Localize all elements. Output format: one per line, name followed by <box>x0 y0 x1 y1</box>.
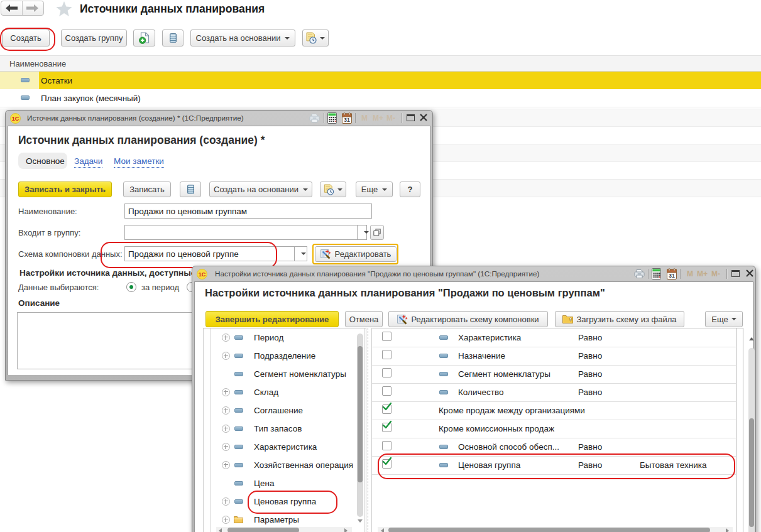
svg-text:31: 31 <box>344 117 350 123</box>
svg-text:1С: 1С <box>199 271 206 278</box>
svg-text:31: 31 <box>669 273 675 279</box>
svg-text:1С: 1С <box>12 116 19 122</box>
